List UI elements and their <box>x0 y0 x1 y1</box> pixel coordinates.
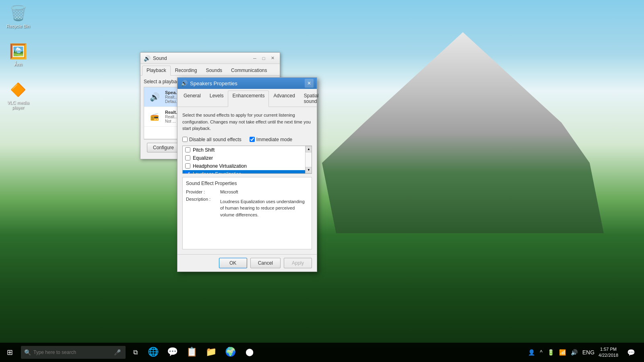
sep-description-label: Description : <box>186 197 220 218</box>
tray-chevron-icon[interactable]: ^ <box>539 348 543 356</box>
ok-button[interactable]: OK <box>219 258 247 268</box>
sound-tab-playback[interactable]: Playback <box>142 66 171 76</box>
tab-levels[interactable]: Levels <box>205 90 228 107</box>
speakers-dialog-tabs: General Levels Enhancements Advanced Spa… <box>178 89 317 107</box>
recycle-bin-label: Recycle Bin <box>6 24 30 29</box>
sound-tab-sounds[interactable]: Sounds <box>201 66 227 75</box>
tray-battery-icon[interactable]: 🔋 <box>547 348 555 356</box>
tray-language[interactable]: ENG <box>582 348 595 356</box>
desktop-icon-anh[interactable]: 🖼️ Ảnh <box>2 40 34 69</box>
speakers-dialog-titlebar[interactable]: 🔊 Speakers Properties ✕ <box>178 78 317 89</box>
tab-spatial-sound[interactable]: Spatial sound <box>299 90 323 107</box>
sound-window-tabs: Playback Recording Sounds Communications <box>140 64 280 76</box>
scrollbar-down[interactable]: ▼ <box>305 167 312 173</box>
immediate-mode-option[interactable]: Immediate mode <box>250 137 292 142</box>
taskbar: ⊞ 🔍 🎤 ⧉ 🌐 💬 📋 📁 🌍 ⬤ 👤 ^ 🔋 📶 🔊 ENG 1:57 P… <box>0 343 644 362</box>
disable-all-checkbox[interactable] <box>182 137 188 142</box>
sound-window-close[interactable]: ✕ <box>268 55 277 62</box>
sound-window-titlebar[interactable]: 🔊 Sound ─ □ ✕ <box>140 53 280 64</box>
cancel-button[interactable]: Cancel <box>250 258 281 268</box>
effects-scrollbar: ▲ ▼ <box>305 146 312 173</box>
headphone-virt-checkbox[interactable] <box>185 163 190 169</box>
speakers-dialog-title: Speakers Properties <box>190 80 305 86</box>
sep-title: Sound Effect Properties <box>186 181 308 186</box>
disable-all-option[interactable]: Disable all sound effects <box>182 137 242 142</box>
desktop-icon-recycle-bin[interactable]: 🗑️ Recycle Bin <box>2 2 34 30</box>
loudness-eq-checkbox[interactable] <box>185 171 190 174</box>
search-icon: 🔍 <box>24 349 31 356</box>
sep-provider-label: Provider : <box>186 189 220 194</box>
pitch-shift-checkbox[interactable] <box>185 147 190 152</box>
speakers-dialog-icon: 🔊 <box>181 80 188 86</box>
dialog-content: Select the sound effects to apply for yo… <box>178 107 317 254</box>
loudness-eq-label: Loudness Equalization <box>193 171 242 174</box>
immediate-mode-label: Immediate mode <box>256 137 292 142</box>
vlc-icon: 🔶 <box>8 80 28 99</box>
enhancement-options-row: Disable all sound effects Immediate mode <box>182 137 312 142</box>
tab-advanced[interactable]: Advanced <box>269 90 299 107</box>
immediate-mode-checkbox[interactable] <box>250 137 255 142</box>
taskbar-apps: 🌐 💬 📋 📁 🌍 ⬤ <box>143 343 259 362</box>
start-button[interactable]: ⊞ <box>0 343 19 362</box>
recycle-bin-icon: 🗑️ <box>8 4 28 23</box>
taskbar-app-clipboard[interactable]: 📋 <box>182 343 201 362</box>
tray-clock[interactable]: 1:57 PM 4/22/2018 <box>599 346 618 359</box>
anh-label: Ảnh <box>14 62 22 67</box>
tray-volume-icon[interactable]: 🔊 <box>570 348 578 356</box>
sound-window-maximize[interactable]: □ <box>260 55 268 62</box>
clock-time: 1:57 PM <box>599 346 618 352</box>
sound-tab-communications[interactable]: Communications <box>227 66 271 75</box>
equalizer-checkbox[interactable] <box>185 155 190 160</box>
sound-window-title-icon: 🔊 <box>144 55 151 62</box>
realtek-icon: 📻 <box>147 109 162 124</box>
sound-window-title: Sound <box>153 56 251 61</box>
disable-all-label: Disable all sound effects <box>189 137 242 142</box>
taskbar-app-globe[interactable]: 🌍 <box>221 343 240 362</box>
effect-loudness-eq[interactable]: Loudness Equalization <box>183 170 312 174</box>
sound-tab-recording[interactable]: Recording <box>171 66 202 75</box>
effects-list: Pitch Shift Equalizer Headphone Virtuali… <box>183 146 312 174</box>
sound-window-minimize[interactable]: ─ <box>251 55 259 62</box>
vlc-label: VLC media player <box>4 100 33 110</box>
tab-enhancements[interactable]: Enhancements <box>228 90 269 107</box>
configure-button[interactable]: Configure <box>147 143 180 152</box>
anh-icon: 🖼️ <box>8 42 28 61</box>
headphone-virt-label: Headphone Virtualization <box>193 163 247 169</box>
search-input[interactable] <box>33 350 114 355</box>
desktop-icon-vlc[interactable]: 🔶 VLC media player <box>2 78 34 111</box>
effect-equalizer[interactable]: Equalizer <box>183 154 312 162</box>
equalizer-label: Equalizer <box>193 155 213 161</box>
effect-headphone-virt[interactable]: Headphone Virtualization <box>183 162 312 170</box>
sound-window-controls: ─ □ ✕ <box>251 55 277 62</box>
speakers-icon: 🔊 <box>147 90 162 104</box>
tray-people-icon[interactable]: 👤 <box>527 348 536 356</box>
enhancements-description: Select the sound effects to apply for yo… <box>182 112 312 132</box>
sep-description-value: Loudness Equalization uses understanding… <box>220 198 308 218</box>
notification-button[interactable]: 💬 <box>621 343 641 362</box>
taskbar-app-6[interactable]: ⬤ <box>240 343 259 362</box>
speakers-dialog-close[interactable]: ✕ <box>305 79 314 88</box>
scrollbar-track <box>305 152 312 167</box>
taskbar-tray: 👤 ^ 🔋 📶 🔊 ENG 1:57 PM 4/22/2018 💬 <box>527 343 644 362</box>
mic-icon: 🎤 <box>114 349 121 356</box>
sep-provider-row: Provider : Microsoft <box>186 189 308 194</box>
tray-wifi-icon[interactable]: 📶 <box>558 348 567 356</box>
taskbar-app-messenger[interactable]: 💬 <box>163 343 182 362</box>
sound-effect-properties: Sound Effect Properties Provider : Micro… <box>182 177 312 249</box>
sep-description-row: Description : Loudness Equalization uses… <box>186 197 308 218</box>
taskbar-search-container[interactable]: 🔍 🎤 <box>21 346 126 359</box>
task-view-button[interactable]: ⧉ <box>127 343 143 362</box>
sep-provider-value: Microsoft <box>220 189 238 194</box>
clock-date: 4/22/2018 <box>599 352 618 358</box>
scrollbar-up[interactable]: ▲ <box>305 146 312 152</box>
apply-button[interactable]: Apply <box>284 258 312 268</box>
speakers-dialog: 🔊 Speakers Properties ✕ General Levels E… <box>177 77 317 272</box>
effects-list-container[interactable]: Pitch Shift Equalizer Headphone Virtuali… <box>182 146 312 174</box>
taskbar-app-files[interactable]: 📁 <box>201 343 221 362</box>
dialog-footer: OK Cancel Apply <box>178 254 317 272</box>
tab-general[interactable]: General <box>179 90 205 107</box>
effect-pitch-shift[interactable]: Pitch Shift <box>183 146 312 154</box>
desktop <box>0 0 644 362</box>
taskbar-app-chrome[interactable]: 🌐 <box>143 343 163 362</box>
pitch-shift-label: Pitch Shift <box>193 147 215 153</box>
